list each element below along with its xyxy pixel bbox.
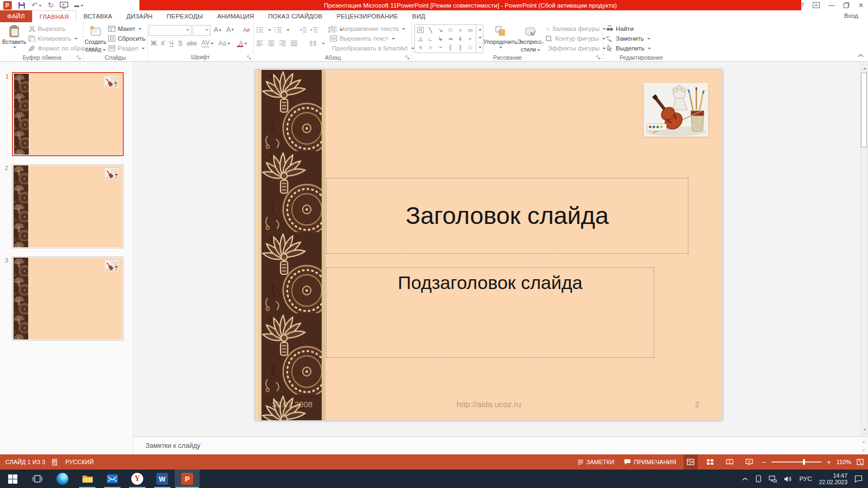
shape-option[interactable]: ↳	[438, 36, 443, 42]
select-button[interactable]: Выделить	[604, 43, 653, 53]
volume-icon[interactable]	[784, 476, 792, 483]
strikethrough-button[interactable]: abc	[184, 40, 199, 47]
layout-button[interactable]: Макет	[106, 24, 147, 34]
tab-review[interactable]: РЕЦЕНЗИРОВАНИЕ	[329, 10, 405, 22]
tab-design[interactable]: ДИЗАЙН	[119, 10, 159, 22]
shape-option[interactable]: ⇒	[448, 36, 452, 42]
tab-animations[interactable]: АНИМАЦИЯ	[210, 10, 261, 22]
scrollbar-thumb[interactable]	[861, 73, 867, 147]
subtitle-placeholder[interactable]: Подзаголовок слайда	[326, 267, 654, 358]
slide-thumbnail-1[interactable]: 1	[12, 72, 124, 156]
align-right-icon[interactable]	[279, 40, 286, 47]
font-size-combo[interactable]	[193, 25, 210, 36]
font-name-combo[interactable]	[149, 25, 192, 36]
slide-sorter-view-button[interactable]	[703, 454, 717, 470]
tab-slideshow[interactable]: ПОКАЗ СЛАЙДОВ	[261, 10, 329, 22]
shape-option[interactable]: ╲	[429, 27, 432, 33]
shape-fill-button[interactable]: Заливка фигуры	[544, 24, 608, 34]
taskbar-explorer-button[interactable]	[75, 470, 100, 488]
title-placeholder[interactable]: Заголовок слайда	[326, 178, 688, 254]
shrink-font-button[interactable]: A▼	[224, 26, 237, 34]
tab-transitions[interactable]: ПЕРЕХОДЫ	[159, 10, 210, 22]
notes-pane[interactable]: Заметки к слайду	[133, 436, 868, 454]
paragraph-dialog-launcher-icon[interactable]	[405, 55, 410, 60]
bold-button[interactable]: Ж	[149, 40, 159, 47]
clipboard-dialog-launcher-icon[interactable]	[76, 55, 81, 60]
slide-thumbnail-2[interactable]: 2	[12, 164, 124, 248]
reset-button[interactable]: Сбросить	[106, 34, 147, 43]
reading-view-button[interactable]	[723, 454, 737, 470]
zoom-slider-thumb[interactable]	[803, 459, 805, 465]
collapse-ribbon-icon[interactable]	[858, 54, 864, 57]
customize-qat-icon[interactable]: ▬	[74, 3, 84, 8]
taskbar-word-button[interactable]: W	[150, 470, 175, 488]
tray-clock[interactable]: 14:47 22.02.2023	[819, 472, 847, 485]
italic-button[interactable]: К	[159, 40, 167, 47]
fit-slide-icon[interactable]	[857, 459, 864, 465]
start-button[interactable]	[0, 470, 25, 488]
still-life-image[interactable]	[643, 83, 709, 137]
zoom-in-button[interactable]: +	[827, 458, 831, 466]
quick-styles-button[interactable]: Экспресс- стили	[517, 23, 544, 54]
shape-option[interactable]: A	[417, 27, 424, 33]
shapes-scroll-down-icon[interactable]	[476, 34, 483, 43]
sign-in-link[interactable]: Вход	[844, 12, 858, 19]
shape-effects-button[interactable]: Эффекты фигуры	[544, 43, 608, 53]
show-hidden-icons-icon[interactable]	[742, 477, 748, 481]
normal-view-button[interactable]	[684, 454, 698, 470]
shape-outline-button[interactable]: Контур фигуры	[544, 34, 608, 43]
minimize-icon[interactable]: —	[828, 2, 835, 9]
scroll-down-icon[interactable]	[861, 427, 867, 434]
font-dialog-launcher-icon[interactable]	[247, 55, 252, 60]
shape-option[interactable]: ⌐	[469, 36, 472, 42]
shape-option[interactable]: △	[418, 36, 423, 42]
shape-option[interactable]: ~	[439, 44, 442, 50]
align-center-icon[interactable]	[267, 40, 275, 47]
columns-icon[interactable]	[309, 40, 317, 47]
help-icon[interactable]: ?	[800, 2, 804, 9]
tab-view[interactable]: ВИД	[405, 10, 432, 22]
network-icon[interactable]	[769, 476, 777, 483]
phone-link-icon[interactable]	[755, 475, 762, 483]
shape-option[interactable]: }	[459, 44, 461, 50]
ribbon-display-options-icon[interactable]	[813, 2, 820, 8]
close-icon[interactable]: ✕	[858, 2, 864, 9]
shape-option[interactable]: ▭	[468, 27, 473, 33]
replace-button[interactable]: abac Заменить	[604, 34, 653, 43]
shape-option[interactable]: {	[449, 44, 451, 50]
increase-indent-icon[interactable]	[310, 27, 318, 33]
slide-thumbnail-3[interactable]: 3	[12, 256, 124, 341]
smartart-button[interactable]: Преобразовать в SmartArt	[328, 43, 411, 53]
shape-option[interactable]: □	[449, 27, 452, 33]
zoom-slider[interactable]	[771, 461, 821, 463]
decrease-indent-icon[interactable]	[299, 27, 307, 33]
slideshow-view-button[interactable]	[742, 454, 756, 470]
restore-icon[interactable]	[844, 2, 850, 8]
clear-formatting-icon[interactable]: A	[240, 27, 252, 33]
action-center-icon[interactable]	[854, 475, 863, 483]
comments-toggle[interactable]: ПРИМЕЧАНИЯ	[622, 454, 678, 470]
arrange-button[interactable]: Упорядочить	[483, 23, 517, 54]
previous-slide-icon[interactable]	[860, 438, 867, 446]
zoom-out-button[interactable]: −	[762, 458, 766, 466]
slide-canvas[interactable]: Заголовок слайда Подзаголовок слайда 30.…	[255, 69, 723, 421]
align-left-icon[interactable]	[256, 40, 264, 47]
justify-icon[interactable]	[290, 40, 298, 47]
zoom-level[interactable]: 110%	[837, 459, 851, 465]
align-text-button[interactable]: Выровнять текст	[328, 34, 411, 43]
shape-option[interactable]: ☆	[468, 44, 473, 50]
font-color-button[interactable]: А	[237, 40, 250, 47]
shape-option[interactable]: ⇓	[458, 36, 462, 42]
change-case-button[interactable]: Aa	[216, 40, 233, 47]
shape-option[interactable]: ○	[458, 27, 462, 33]
new-slide-button[interactable]: Создать слайд	[85, 23, 106, 54]
underline-button[interactable]: Ч	[167, 40, 176, 47]
grow-font-button[interactable]: A▲	[212, 26, 224, 34]
paste-button[interactable]: Вставить	[2, 23, 27, 54]
bullets-icon[interactable]	[256, 27, 264, 33]
undo-icon[interactable]: ↶	[31, 1, 42, 9]
taskbar-mail-button[interactable]	[100, 470, 125, 488]
save-icon[interactable]	[18, 2, 25, 9]
tab-file[interactable]: ФАЙЛ	[0, 10, 32, 22]
start-slideshow-icon[interactable]	[60, 2, 68, 9]
